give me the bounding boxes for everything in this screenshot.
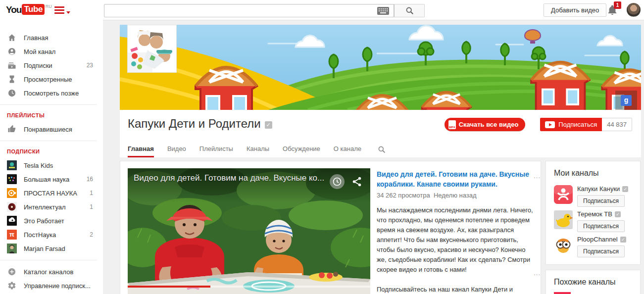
my-channels-title: Мои каналы [546, 161, 640, 178]
tab-home[interactable]: Главная [128, 142, 154, 157]
related-channel-thumbnail[interactable] [554, 292, 571, 294]
logo-tube: Tube [22, 4, 44, 15]
notification-badge: 1 [614, 1, 621, 9]
hourglass-icon [7, 74, 17, 84]
subscription-prostaya-nauka[interactable]: ПРОСТАЯ НАУКА 1 [0, 186, 103, 200]
hamburger-icon [54, 6, 64, 15]
video-title-link[interactable]: Видео для детей. Готовим на даче. Вкусны… [377, 169, 534, 189]
playlists-header: ПЛЕЙЛИСТЫ [0, 109, 103, 122]
channel-thumbnail: π [7, 230, 17, 240]
channel-thumbnail [7, 188, 17, 198]
subscriber-count: 44 837 [602, 118, 632, 131]
my-channel-row: PloopChannel ✓ Подписаться [554, 236, 638, 257]
subscription-bolshaya-nauka[interactable]: Большая наука 16 [0, 172, 103, 186]
channel-search-icon[interactable] [378, 146, 386, 153]
view-count: 34 262 просмотра [377, 192, 430, 199]
sidebar-item-home[interactable]: Главная [0, 31, 103, 45]
logo-country: RU [46, 4, 52, 9]
ploopchannel-avatar[interactable] [554, 236, 573, 254]
channel-name[interactable]: Теремок ТВ ✓ [577, 210, 625, 218]
sidebar-item-label: Мой канал [24, 48, 55, 55]
logo-you: You [6, 4, 21, 16]
sidebar-item-manage-subscriptions[interactable]: Управление подписк... [0, 279, 103, 293]
channel-thumbnail [7, 216, 17, 226]
subscriptions-header: ПОДПИСКИ [0, 146, 103, 158]
watch-later-icon[interactable] [330, 174, 345, 189]
subscribe-button-small[interactable]: Подписаться [577, 220, 625, 232]
sidebar-item-browse-channels[interactable]: Каталог каналов [0, 265, 103, 279]
channel-title: Капуки Дети и Родители [128, 117, 261, 131]
channel-banner-art [120, 25, 641, 110]
sidebar: Главная Мой канал Подписки 23 Просмотрен… [0, 20, 103, 294]
sidebar-item-label: Посмотреть позже [24, 90, 79, 97]
add-video-button[interactable]: Добавить видео [544, 3, 606, 17]
channel-tabs: Главная Видео Плейлисты Каналы Обсуждени… [128, 142, 633, 157]
sidebar-item-subscriptions[interactable]: Подписки 23 [0, 58, 103, 72]
account-avatar[interactable] [627, 3, 641, 17]
video-meta: 34 262 просмотра Неделю назад [377, 192, 534, 199]
feed-item-menu-dots[interactable]: ... [534, 172, 541, 180]
channel-thumbnail [7, 160, 17, 170]
keyboard-icon[interactable] [377, 7, 389, 15]
subscription-marjan-farsad[interactable]: Marjan Farsad [0, 242, 103, 255]
channel-name[interactable]: PloopChannel ✓ [577, 236, 626, 243]
person-icon [7, 47, 17, 56]
youtube-play-icon [545, 121, 555, 128]
kapuki-kanuki-avatar[interactable] [554, 185, 573, 204]
subscribe-button[interactable]: Подписаться [540, 118, 602, 131]
video-progress-bar[interactable] [128, 286, 370, 288]
google-plus-link[interactable]: g [615, 91, 637, 110]
tab-videos[interactable]: Видео [167, 142, 186, 157]
tab-about[interactable]: О канале [334, 142, 361, 157]
channel-thumbnail [7, 202, 17, 212]
sidebar-item-liked[interactable]: Понравившиеся [0, 122, 103, 136]
channel-avatar[interactable] [127, 25, 177, 73]
chevron-down-icon [66, 11, 70, 14]
thumb-up-icon [7, 124, 17, 134]
subscription-intellektual[interactable]: Интеллектуал 1 [0, 200, 103, 214]
youtube-logo[interactable]: You Tube RU [6, 4, 52, 16]
verified-badge-icon: ✓ [265, 121, 272, 129]
video-player-thumbnail[interactable]: Видео для детей. Готовим на даче. Вкусны… [128, 168, 370, 294]
tab-discussion[interactable]: Обсуждение [283, 142, 320, 157]
sidebar-item-count: 23 [87, 62, 93, 69]
subscribe-button-small[interactable]: Подписаться [577, 245, 625, 257]
feed-video-details: Видео для детей. Готовим на даче. Вкусны… [377, 169, 534, 294]
tab-playlists[interactable]: Плейлисты [199, 142, 233, 157]
channel-thumbnail [7, 174, 17, 184]
teremok-tv-avatar[interactable] [554, 210, 573, 229]
channel-header: Капуки Дети и Родители ✓ MP4 Скачать все… [120, 110, 641, 157]
divider [0, 141, 97, 141]
plus-circle-icon [7, 267, 17, 277]
related-channels-title: Похожие каналы [546, 270, 640, 287]
guide-menu-button[interactable] [54, 6, 70, 15]
notifications-button[interactable]: 1 [607, 4, 622, 18]
subscriptions-icon [7, 60, 17, 70]
subscription-postnauka[interactable]: π ПостНаука 2 [0, 228, 103, 242]
upload-date: Неделю назад [434, 192, 477, 199]
subscription-eto-rabotaet[interactable]: Это Работает [0, 214, 103, 228]
channel-thumbnail [7, 244, 17, 253]
subscription-tesla-kids[interactable]: Tesla Kids [0, 158, 103, 172]
search-area [104, 4, 425, 17]
video-description-2: Подписывайтесь на наш канал Капуки Дети … [377, 285, 534, 294]
description-ellipsis: ... [534, 269, 541, 277]
sidebar-item-watch-later[interactable]: Посмотреть позже [0, 86, 103, 100]
mp4-file-icon: MP4 [448, 120, 456, 129]
share-icon[interactable] [349, 174, 364, 189]
sidebar-item-my-channel[interactable]: Мой канал [0, 45, 103, 58]
search-input[interactable] [104, 4, 394, 17]
download-all-videos-button[interactable]: MP4 Скачать все видео [445, 118, 526, 131]
channel-name[interactable]: Капуки Кануки ✓ [577, 185, 628, 193]
verified-badge-icon: ✓ [622, 186, 628, 192]
my-channel-row: Теремок ТВ ✓ Подписаться [554, 210, 638, 232]
divider [0, 260, 97, 260]
tab-channels[interactable]: Каналы [247, 142, 269, 157]
subscribe-button-small[interactable]: Подписаться [577, 195, 625, 207]
google-plus-icon: g [621, 95, 632, 106]
sidebar-item-history[interactable]: Просмотренные [0, 72, 103, 86]
video-description: Мы наслаждаемся последними днями лета. Н… [377, 205, 534, 275]
search-button[interactable] [394, 4, 425, 17]
clock-icon [7, 88, 17, 98]
top-bar: You Tube RU Добавить видео 1 [0, 0, 644, 20]
